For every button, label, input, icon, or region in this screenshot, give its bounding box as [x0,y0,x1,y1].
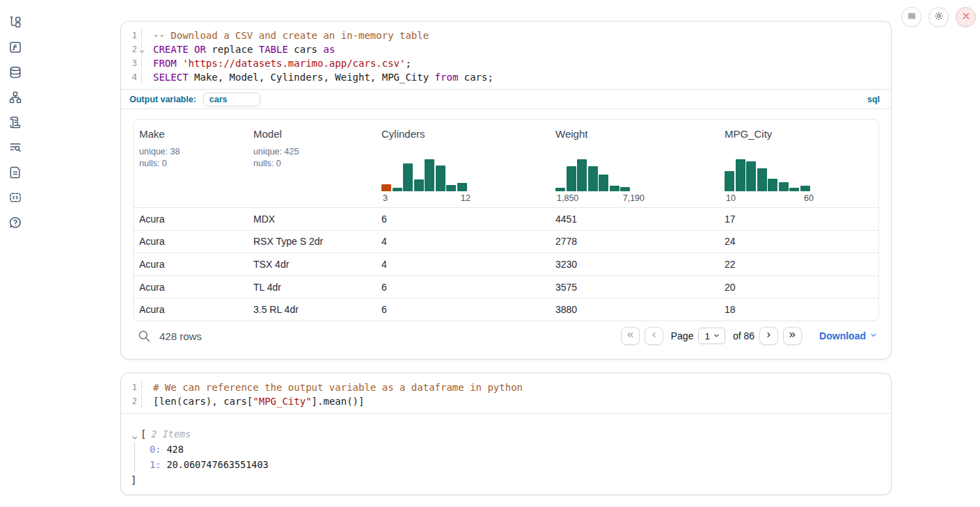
variables-icon[interactable] [8,40,22,54]
column-header-cylinders[interactable]: Cylinders 312 [376,120,550,207]
hamburger-icon [907,11,917,24]
table-cell: TL 4dr [248,276,376,298]
items-count-label: 2 Items [151,426,191,442]
histogram-bar [588,166,598,191]
next-page-button[interactable] [759,327,778,345]
axis-max-label: 12 [461,193,471,203]
column-label: Make [139,128,242,140]
histogram-bar [446,185,456,191]
histogram-bar [800,186,810,191]
column-label: Weight [555,128,713,140]
table-cell: Acura [134,208,248,230]
dependency-graph-icon[interactable] [8,90,22,104]
entry-value: 428 [166,444,183,455]
histogram-bar [746,161,756,191]
table-row[interactable]: Acura3.5 RL 4dr6388018 [134,298,878,321]
entry-key: 1: [150,459,161,470]
datasources-icon[interactable] [8,65,22,79]
table-cell: Acura [134,253,248,275]
axis-min-label: 10 [726,193,736,203]
tree-entries: 0: 428 1: 20.060747663551403 [134,442,891,472]
page-label: Page [671,330,694,341]
axis-min-label: 1,850 [557,193,578,203]
download-label: Download [819,330,866,341]
table-cell: 6 [376,298,550,321]
settings-button[interactable] [928,7,949,27]
table-cell: 4451 [550,208,719,230]
column-header-weight[interactable]: Weight 1,8507,190 [550,120,719,207]
python-output-panel: [ 2 Items 0: 428 1: 20.060747663551403 ] [121,414,891,488]
axis-max-label: 7,190 [623,193,645,203]
chevrons-left-icon [626,330,635,342]
histogram-bar [577,159,587,191]
python-code-editor[interactable]: 12 # We can reference the output variabl… [121,373,891,414]
histogram-bar [555,188,565,191]
table-cell: 3230 [550,253,719,275]
tree-entry: 0: 428 [150,442,891,457]
entry-key: 0: [150,444,161,455]
window-controls [901,7,976,27]
histogram-bar [381,184,391,191]
output-variable-input[interactable] [203,92,260,106]
left-sidebar [0,0,31,507]
table-footer: 428 rows Page 1 of 86 [133,324,878,348]
chevrons-right-icon [788,330,797,342]
shutdown-button[interactable] [956,7,976,27]
table-row[interactable]: AcuraTSX 4dr4323022 [134,252,878,275]
line-number-gutter: 12 [121,380,142,408]
logs-icon[interactable] [8,140,22,154]
snippets-icon[interactable] [8,191,22,204]
search-icon[interactable] [137,329,151,343]
histogram-bar [610,186,619,191]
table-cell: Acura [134,276,248,298]
table-cell: TSX 4dr [248,253,376,275]
sql-code-editor[interactable]: 1234 -- Download a CSV and create an in-… [121,22,891,90]
page-total-label: of 86 [733,330,754,341]
output-variable-row: Output variable: sql [121,90,891,109]
cylinders-histogram: 312 [381,158,472,203]
first-page-button[interactable] [621,327,640,345]
histogram-bar [414,179,424,191]
close-bracket: ] [131,472,891,488]
sql-cell: 1234 -- Download a CSV and create an in-… [120,21,892,360]
table-cell: 4 [376,253,550,275]
table-cell: 6 [376,276,550,298]
file-explorer-icon[interactable] [8,15,22,29]
gear-icon [934,11,944,24]
column-label: Model [253,128,370,140]
column-stats: unique: 425 nulls: 0 [253,146,370,170]
chevron-down-icon [869,330,878,341]
weight-histogram: 1,8507,190 [555,158,646,203]
histogram-bar [403,163,413,191]
fold-chevron-icon[interactable] [139,45,145,52]
python-cell: 12 # We can reference the output variabl… [120,373,892,495]
column-stats: unique: 38 nulls: 0 [139,146,242,170]
axis-max-label: 60 [804,193,814,203]
chevron-down-icon [713,331,720,341]
table-cell: RSX Type S 2dr [248,231,376,253]
tree-collapse-icon[interactable] [131,430,139,438]
previous-page-button[interactable] [645,327,663,345]
documentation-icon[interactable] [8,166,22,179]
last-page-button[interactable] [783,327,802,345]
download-button[interactable]: Download [819,330,878,341]
axis-min-label: 3 [383,193,388,203]
table-row[interactable]: AcuraRSX Type S 2dr4277824 [134,230,878,253]
column-header-model[interactable]: Model unique: 425 nulls: 0 [248,120,376,207]
histogram-bar [425,159,434,191]
page-select[interactable]: 1 [698,328,725,344]
table-row[interactable]: AcuraMDX6445117 [134,207,878,230]
column-label: MPG_City [725,128,873,140]
help-icon[interactable] [8,216,22,230]
column-header-make[interactable]: Make unique: 38 nulls: 0 [134,120,248,207]
chevron-left-icon [649,330,658,342]
histogram-bar [779,182,789,191]
table-row[interactable]: AcuraTL 4dr6357520 [134,275,878,298]
pagination: Page 1 of 86 Download [621,327,878,345]
outline-icon[interactable] [8,115,22,129]
table-cell: 3.5 RL 4dr [248,298,376,321]
histogram-bar [789,188,799,191]
column-header-mpg-city[interactable]: MPG_City 1060 [719,120,878,207]
menu-button[interactable] [901,7,922,27]
output-variable-label: Output variable: [129,95,196,104]
